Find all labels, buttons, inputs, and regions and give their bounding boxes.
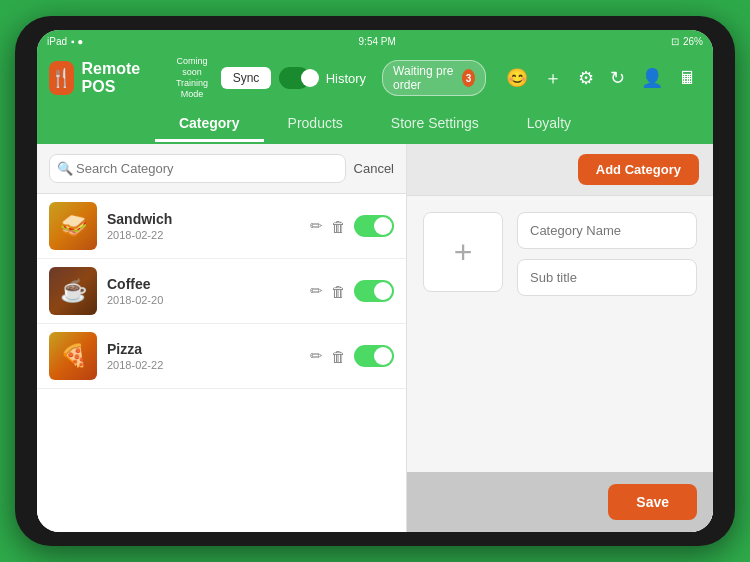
refresh-icon[interactable]: ↻ <box>606 65 629 91</box>
edit-icon-sandwich[interactable]: ✏ <box>310 217 323 235</box>
category-thumb-pizza: 🍕 <box>49 332 97 380</box>
search-icon: 🔍 <box>57 161 73 176</box>
waiting-pre-order-button[interactable]: Waiting pre order 3 <box>382 60 486 96</box>
category-name-pizza: Pizza <box>107 341 300 357</box>
category-thumb-coffee: ☕ <box>49 267 97 315</box>
search-input-wrap: 🔍 <box>49 154 346 183</box>
category-list: 🥪 Sandwich 2018-02-22 ✏ 🗑 <box>37 194 406 532</box>
category-name-coffee: Coffee <box>107 276 300 292</box>
category-thumb-sandwich: 🥪 <box>49 202 97 250</box>
tab-store-settings[interactable]: Store Settings <box>367 107 503 142</box>
image-upload-placeholder[interactable]: + <box>423 212 503 292</box>
app-title: Remote POS <box>82 60 152 96</box>
category-date-pizza: 2018-02-22 <box>107 359 300 371</box>
add-image-icon: + <box>454 236 473 268</box>
user-icon[interactable]: 👤 <box>637 65 667 91</box>
status-time: 9:54 PM <box>359 36 396 47</box>
sub-title-input[interactable] <box>517 259 697 296</box>
tablet-device: iPad ▪ ● 9:54 PM ⊡ 26% 🍴 Remote POS Comi… <box>15 16 735 546</box>
toggle-knob-coffee <box>374 282 392 300</box>
category-actions-sandwich: ✏ 🗑 <box>310 215 394 237</box>
toggle-knob <box>301 69 319 87</box>
right-top-bar: Add Category <box>407 144 713 196</box>
pizza-image: 🍕 <box>49 332 97 380</box>
coming-soon-wrap: Coming soon Training Mode <box>171 56 212 99</box>
add-category-button[interactable]: Add Category <box>578 154 699 185</box>
category-actions-coffee: ✏ 🗑 <box>310 280 394 302</box>
category-name-input[interactable] <box>517 212 697 249</box>
training-mode-label: Training Mode <box>171 78 212 100</box>
edit-icon-pizza[interactable]: ✏ <box>310 347 323 365</box>
training-mode-toggle[interactable] <box>279 67 309 89</box>
plus-icon-btn[interactable]: ＋ <box>540 64 566 92</box>
form-area: + <box>407 196 713 472</box>
toggle-coffee[interactable] <box>354 280 394 302</box>
coffee-image: ☕ <box>49 267 97 315</box>
list-item: 🍕 Pizza 2018-02-22 ✏ 🗑 <box>37 324 406 389</box>
calculator-icon[interactable]: 🖩 <box>675 66 701 91</box>
waiting-label: Waiting pre order <box>393 64 458 92</box>
delete-icon-pizza[interactable]: 🗑 <box>331 348 346 365</box>
main-content: 🔍 Cancel 🥪 Sandwich 2018-02-22 <box>37 144 713 532</box>
waiting-badge: 3 <box>462 69 475 87</box>
search-bar: 🔍 Cancel <box>37 144 406 194</box>
list-item: 🥪 Sandwich 2018-02-22 ✏ 🗑 <box>37 194 406 259</box>
form-row-top: + <box>423 212 697 296</box>
battery-icon: ⊡ <box>671 36 679 47</box>
tab-category[interactable]: Category <box>155 107 264 142</box>
tab-products[interactable]: Products <box>264 107 367 142</box>
settings-icon[interactable]: ⚙ <box>574 65 598 91</box>
face-icon[interactable]: 😊 <box>502 65 532 91</box>
category-actions-pizza: ✏ 🗑 <box>310 345 394 367</box>
toggle-knob-sandwich <box>374 217 392 235</box>
edit-icon-coffee[interactable]: ✏ <box>310 282 323 300</box>
sync-button[interactable]: Sync <box>221 67 272 89</box>
tab-loyalty[interactable]: Loyalty <box>503 107 595 142</box>
category-name-sandwich: Sandwich <box>107 211 300 227</box>
category-date-coffee: 2018-02-20 <box>107 294 300 306</box>
list-item: ☕ Coffee 2018-02-20 ✏ 🗑 <box>37 259 406 324</box>
right-panel: Add Category + Save <box>407 144 713 532</box>
nav-tabs: Category Products Store Settings Loyalty <box>37 104 713 144</box>
tablet-screen: iPad ▪ ● 9:54 PM ⊡ 26% 🍴 Remote POS Comi… <box>37 30 713 532</box>
top-bar: 🍴 Remote POS Coming soon Training Mode S… <box>37 52 713 104</box>
wifi-icon: ▪ ● <box>71 36 83 47</box>
category-info-pizza: Pizza 2018-02-22 <box>107 341 300 371</box>
toggle-pizza[interactable] <box>354 345 394 367</box>
history-button[interactable]: History <box>326 71 366 86</box>
status-bar: iPad ▪ ● 9:54 PM ⊡ 26% <box>37 30 713 52</box>
app-logo: 🍴 <box>49 61 74 95</box>
sandwich-image: 🥪 <box>49 202 97 250</box>
battery-pct: 26% <box>683 36 703 47</box>
delete-icon-sandwich[interactable]: 🗑 <box>331 218 346 235</box>
category-info-sandwich: Sandwich 2018-02-22 <box>107 211 300 241</box>
search-input[interactable] <box>49 154 346 183</box>
left-panel: 🔍 Cancel 🥪 Sandwich 2018-02-22 <box>37 144 407 532</box>
logo-icon: 🍴 <box>50 67 72 89</box>
save-button[interactable]: Save <box>608 484 697 520</box>
status-right: ⊡ 26% <box>671 36 703 47</box>
toggle-knob-pizza <box>374 347 392 365</box>
toggle-sandwich[interactable] <box>354 215 394 237</box>
ipad-label: iPad <box>47 36 67 47</box>
category-date-sandwich: 2018-02-22 <box>107 229 300 241</box>
cancel-button[interactable]: Cancel <box>354 161 394 176</box>
status-left: iPad ▪ ● <box>47 36 83 47</box>
delete-icon-coffee[interactable]: 🗑 <box>331 283 346 300</box>
form-fields <box>517 212 697 296</box>
right-bottom-bar: Save <box>407 472 713 532</box>
category-info-coffee: Coffee 2018-02-20 <box>107 276 300 306</box>
coming-soon-label: Coming soon <box>171 56 212 78</box>
